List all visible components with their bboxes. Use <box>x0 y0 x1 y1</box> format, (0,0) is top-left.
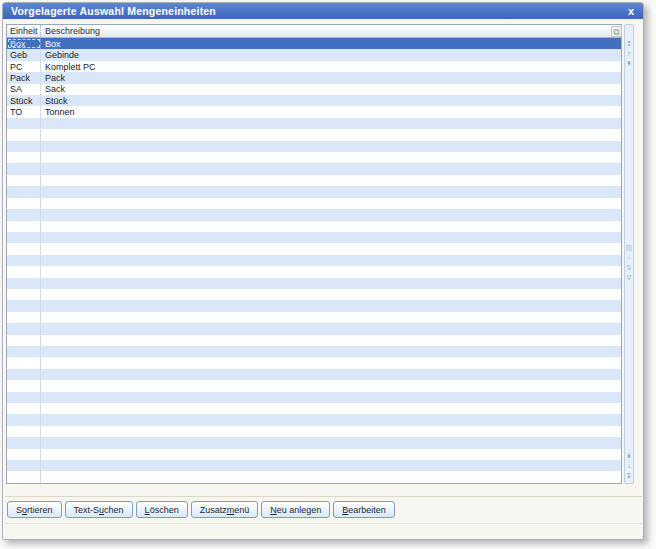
cell-beschreibung <box>41 403 621 414</box>
cell-einheit <box>7 266 41 277</box>
columns-icon[interactable]: ▥ <box>625 243 634 253</box>
table-row[interactable] <box>7 243 621 254</box>
nav-group-middle: ▥⌕⇅∇ <box>625 243 633 283</box>
copy-grid-icon[interactable]: ⧉ <box>611 26 622 37</box>
cell-einheit <box>7 163 41 174</box>
search-icon[interactable]: ⌕ <box>625 253 634 263</box>
table-row[interactable] <box>7 449 621 460</box>
cell-beschreibung: Komplett PC <box>41 61 621 72</box>
dialog-window: Vorgelagerte Auswahl Mengeneinheiten x E… <box>2 2 644 540</box>
table-row[interactable]: SASack <box>7 84 621 95</box>
cell-beschreibung <box>41 346 621 357</box>
cell-beschreibung <box>41 323 621 334</box>
cell-einheit <box>7 118 41 129</box>
table-row[interactable] <box>7 335 621 346</box>
table-row[interactable] <box>7 357 621 368</box>
table-row[interactable] <box>7 380 621 391</box>
table-row[interactable] <box>7 323 621 334</box>
cell-beschreibung <box>41 392 621 403</box>
button-label: eu anlegen <box>277 505 322 515</box>
button-label: chen <box>104 505 124 515</box>
table-row[interactable]: PackPack <box>7 72 621 83</box>
cell-einheit <box>7 414 41 425</box>
cell-einheit: Pack <box>7 72 41 83</box>
cell-einheit: Box <box>7 38 41 49</box>
table-row[interactable] <box>7 232 621 243</box>
table-row[interactable] <box>7 312 621 323</box>
table-row[interactable] <box>7 437 621 448</box>
title-bar[interactable]: Vorgelagerte Auswahl Mengeneinheiten x <box>3 3 643 19</box>
cell-beschreibung: Stück <box>41 95 621 106</box>
table-row[interactable]: BoxBox <box>7 38 621 49</box>
page-down-icon[interactable]: ↡ <box>625 451 634 461</box>
table-row[interactable] <box>7 198 621 209</box>
cell-einheit: TO <box>7 106 41 117</box>
button-label: enü <box>234 505 249 515</box>
loeschen-button[interactable]: Löschen <box>136 501 188 518</box>
sortieren-button[interactable]: Sortieren <box>7 501 62 518</box>
table-row[interactable] <box>7 129 621 140</box>
cell-beschreibung <box>41 414 621 425</box>
table-row[interactable] <box>7 186 621 197</box>
cell-beschreibung: Box <box>41 38 621 49</box>
column-header-einheit[interactable]: Einheit <box>7 25 41 37</box>
table-row[interactable] <box>7 414 621 425</box>
cell-einheit: Stück <box>7 95 41 106</box>
table-row[interactable] <box>7 300 621 311</box>
table-row[interactable] <box>7 175 621 186</box>
cell-beschreibung <box>41 460 621 471</box>
cell-einheit <box>7 198 41 209</box>
table-row[interactable] <box>7 392 621 403</box>
cell-beschreibung <box>41 471 621 482</box>
zusatzmenu-button[interactable]: Zusatzmenü <box>191 501 259 518</box>
cell-einheit <box>7 129 41 140</box>
table-row[interactable] <box>7 346 621 357</box>
bearbeiten-button[interactable]: Bearbeiten <box>333 501 395 518</box>
cell-einheit <box>7 221 41 232</box>
table-row[interactable] <box>7 163 621 174</box>
table-row[interactable] <box>7 118 621 129</box>
table-row[interactable] <box>7 460 621 471</box>
table-row[interactable] <box>7 289 621 300</box>
scroll-down-icon[interactable]: ↓ <box>625 461 634 471</box>
table-row[interactable]: TOTonnen <box>7 106 621 117</box>
page-up-icon[interactable]: ↟ <box>625 59 634 69</box>
cell-einheit <box>7 289 41 300</box>
table-row[interactable] <box>7 369 621 380</box>
table-row[interactable] <box>7 403 621 414</box>
filter-icon[interactable]: ∇ <box>625 273 634 283</box>
table-row[interactable] <box>7 255 621 266</box>
table-row[interactable] <box>7 221 621 232</box>
cell-beschreibung: Sack <box>41 84 621 95</box>
scroll-last-icon[interactable]: ↧ <box>625 471 634 481</box>
table-row[interactable] <box>7 209 621 220</box>
table-body: BoxBoxGebGebindePCKomplett PCPackPackSAS… <box>7 38 621 483</box>
cell-beschreibung <box>41 221 621 232</box>
close-icon[interactable]: x <box>628 4 634 18</box>
neu-anlegen-button[interactable]: Neu anlegen <box>261 501 330 518</box>
cell-einheit <box>7 278 41 289</box>
separator <box>5 496 642 497</box>
cell-einheit <box>7 232 41 243</box>
button-label: öschen <box>150 505 179 515</box>
text-suchen-button[interactable]: Text-Suchen <box>65 501 133 518</box>
table-row[interactable] <box>7 266 621 277</box>
sort-icon[interactable]: ⇅ <box>625 263 634 273</box>
table-row[interactable]: PCKomplett PC <box>7 61 621 72</box>
table-row[interactable] <box>7 471 621 482</box>
cell-einheit <box>7 141 41 152</box>
cell-beschreibung: Tonnen <box>41 106 621 117</box>
cell-beschreibung <box>41 243 621 254</box>
cell-einheit <box>7 357 41 368</box>
table-row[interactable]: StückStück <box>7 95 621 106</box>
scroll-first-icon[interactable]: ↥ <box>625 39 634 49</box>
table-row[interactable] <box>7 152 621 163</box>
scroll-up-icon[interactable]: ↑ <box>625 49 634 59</box>
table-row[interactable] <box>7 426 621 437</box>
column-header-beschreibung[interactable]: Beschreibung <box>41 25 621 37</box>
cell-beschreibung <box>41 312 621 323</box>
table-row[interactable] <box>7 141 621 152</box>
table-row[interactable]: GebGebinde <box>7 49 621 60</box>
table-row[interactable] <box>7 278 621 289</box>
cell-beschreibung <box>41 369 621 380</box>
